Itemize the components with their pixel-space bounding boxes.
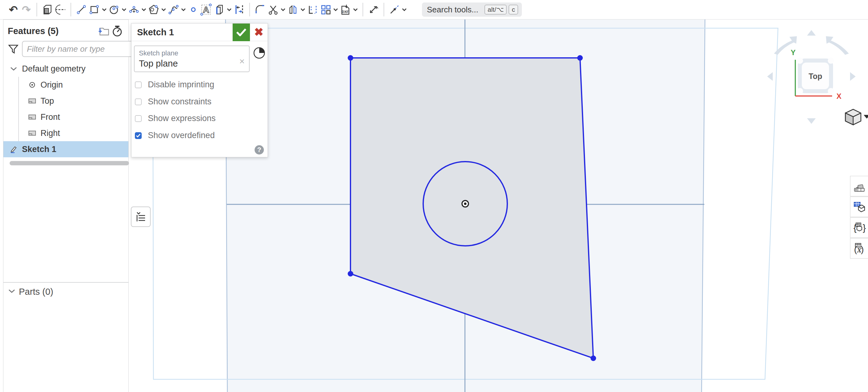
horizontal-scrollbar[interactable] (9, 161, 129, 165)
origin-icon (26, 81, 38, 88)
svg-text:}: } (863, 223, 866, 233)
pattern-grid-tool-icon[interactable] (319, 2, 332, 17)
view-cube[interactable]: Top Y X (755, 23, 868, 132)
text-tool-icon[interactable]: A (200, 2, 213, 17)
tree-item-default-geometry[interactable]: Default geometry (3, 61, 128, 77)
feature-list-toggle-button[interactable] (131, 206, 151, 227)
toolbar-divider (363, 3, 363, 17)
view-cube-corner[interactable] (797, 88, 803, 94)
parts-title: Parts (0) (19, 287, 53, 297)
x-axis-label: X (836, 92, 841, 100)
checkbox-disable-imprinting[interactable]: Disable imprinting (135, 80, 214, 89)
rollback-history-icon[interactable] (111, 24, 124, 38)
spline-tool-icon[interactable] (167, 2, 180, 17)
mirror-tool-chevron[interactable] (300, 2, 306, 17)
polygon-tool-icon[interactable] (147, 2, 160, 17)
extrude-icon[interactable] (41, 2, 54, 17)
view-mode-cube-icon[interactable] (845, 109, 861, 125)
view-mode-dropdown-arrow[interactable] (864, 115, 868, 119)
plane-icon (26, 129, 38, 137)
rectangle-tool-chevron[interactable] (101, 2, 107, 17)
arc-tool-icon[interactable] (127, 2, 141, 17)
svg-text:DXF: DXF (342, 10, 349, 13)
shortcut-key-alt: alt/⌥ (485, 5, 507, 15)
checkbox-show-overdefined[interactable]: Show overdefined (135, 131, 215, 140)
filter-funnel-icon[interactable] (8, 43, 19, 55)
dxf-import-tool-chevron[interactable] (352, 2, 359, 17)
filter-input[interactable] (22, 41, 135, 57)
roll-cw-arrow[interactable] (826, 36, 849, 55)
features-title: Features (5) (8, 26, 97, 36)
use-project-tool-icon[interactable] (213, 2, 226, 17)
circle-tool-icon[interactable] (107, 2, 121, 17)
svg-text:): ) (861, 245, 864, 254)
tree-item-label: Default geometry (22, 64, 86, 74)
tree-item-front-plane[interactable]: Front (19, 109, 128, 125)
checkbox-box[interactable] (135, 115, 142, 122)
trim-tool-chevron[interactable] (280, 2, 286, 17)
checkbox-box[interactable] (135, 81, 142, 88)
point-tool-icon[interactable] (187, 2, 200, 17)
spline-tool-chevron[interactable] (180, 2, 187, 17)
clear-selection-icon[interactable]: × (239, 56, 245, 66)
accept-button[interactable] (232, 24, 250, 41)
plane-icon (26, 113, 38, 121)
sketch-toolbar: ↶ ↷ A (0, 0, 868, 20)
view-cube-corner[interactable] (828, 58, 834, 64)
dialog-title: Sketch 1 (131, 27, 232, 37)
sketch-plane-label: Sketch plane (139, 49, 245, 57)
new-folder-icon[interactable] (97, 24, 111, 38)
undo-button[interactable]: ↶ (7, 2, 20, 17)
variable-studio-button[interactable]: (x) (850, 238, 868, 258)
rotate-right-arrow[interactable] (850, 72, 856, 81)
circle-tool-chevron[interactable] (121, 2, 127, 17)
mirror-tool-icon[interactable] (286, 2, 300, 17)
construction-tool-chevron[interactable] (401, 2, 408, 17)
appearance-panel-button[interactable] (850, 176, 868, 196)
checkbox-show-expressions[interactable]: Show expressions (135, 114, 216, 123)
sketch-plane-field[interactable]: Sketch plane Top plane × (134, 46, 250, 72)
features-header: Features (5) (3, 20, 128, 38)
view-cube-corner[interactable] (828, 88, 834, 94)
measure-tool-icon[interactable] (367, 2, 380, 17)
cancel-button[interactable]: ✖ (250, 24, 268, 41)
filter-row (3, 38, 128, 58)
rotate-down-arrow[interactable] (807, 118, 816, 124)
linear-pattern-tool-icon[interactable] (306, 2, 319, 17)
features-panel: Features (5) Default geometry Origin (3, 20, 129, 392)
chevron-down-icon[interactable] (8, 289, 15, 295)
dimension-tool-icon[interactable] (232, 2, 246, 17)
use-project-tool-chevron[interactable] (226, 2, 232, 17)
rotate-up-arrow[interactable] (807, 30, 816, 36)
chevron-down-icon[interactable] (8, 66, 20, 71)
tree-item-sketch1[interactable]: Sketch 1 (3, 141, 128, 157)
rectangle-tool-icon[interactable] (88, 2, 101, 17)
parts-table-button[interactable] (850, 197, 868, 217)
search-tools-box[interactable]: Search tools... alt/⌥ c (422, 2, 522, 17)
trim-tool-icon[interactable] (267, 2, 280, 17)
arc-tool-chevron[interactable] (141, 2, 147, 17)
dxf-import-tool-icon[interactable]: DXF (339, 2, 352, 17)
parts-header-row[interactable]: Parts (0) (3, 283, 128, 301)
tree-item-origin[interactable]: Origin (19, 77, 128, 93)
tree-item-top-plane[interactable]: Top (19, 93, 128, 109)
tree-item-right-plane[interactable]: Right (19, 125, 128, 141)
redo-button[interactable]: ↷ (20, 2, 33, 17)
configurations-button[interactable]: {} (850, 217, 868, 238)
fillet-tool-icon[interactable] (254, 2, 267, 17)
construction-tool-icon[interactable] (388, 2, 401, 17)
sketch-viewport[interactable] (0, 0, 868, 392)
checkbox-box[interactable] (135, 132, 142, 139)
pattern-grid-tool-chevron[interactable] (332, 2, 339, 17)
origin-point[interactable] (462, 201, 469, 207)
line-tool-icon[interactable] (75, 2, 88, 17)
polygon-tool-chevron[interactable] (160, 2, 167, 17)
solid-model-toggle-icon[interactable] (253, 47, 266, 59)
checkbox-box[interactable] (135, 99, 142, 105)
checkbox-show-constraints[interactable]: Show constraints (135, 97, 212, 107)
view-cube-corner[interactable] (797, 58, 803, 64)
plane-icon (26, 97, 38, 105)
rotate-left-arrow[interactable] (767, 72, 773, 81)
help-icon[interactable]: ? (255, 145, 264, 155)
revolve-icon[interactable] (54, 2, 67, 17)
